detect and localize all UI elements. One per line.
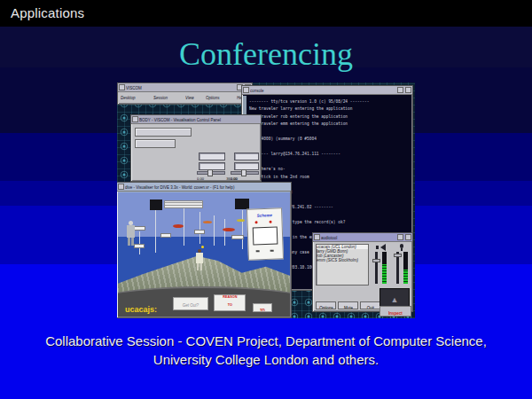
volume-vu-meter [382, 252, 387, 284]
avatar-left[interactable] [127, 221, 135, 246]
terminal-line: -------- larry@134.76.241.111 -------- [249, 151, 411, 159]
viewer-titlebar[interactable]: dive - Visualiser for DIVE 3.3x - World:… [117, 183, 291, 192]
sign [194, 230, 205, 234]
terminal-titlebar[interactable]: console [242, 86, 412, 95]
terminal-line: New traveler emm entering the applicatio… [249, 121, 411, 129]
window-menu-icon[interactable] [119, 84, 125, 90]
menu-session[interactable]: Session [153, 96, 168, 100]
participant-list[interactable]: ucacajs (UCL London) larry (GMD Bonn) ro… [316, 244, 369, 286]
volume-slider-thumb[interactable] [372, 259, 380, 262]
y-axis-label: Y [228, 153, 233, 160]
body-dialog-title: BODY - VISCOM - Visualisation Control Pa… [139, 117, 221, 121]
main-window-title: VISCOM [126, 85, 142, 90]
username-label: ucacajs: [125, 305, 157, 314]
audio-buttons: Options Mute Quit [316, 301, 380, 309]
main-window-titlebar[interactable]: VISCOM [118, 83, 252, 92]
rotation-label: Body Absolute Rotation [135, 173, 190, 180]
terminal-line: Hi! There's no- [249, 166, 411, 174]
console-panel-2[interactable]: REASON TO RAVE [214, 294, 246, 311]
console-panel-3-label: 3D [254, 309, 271, 313]
r-position-field[interactable]: 34.00 [234, 162, 259, 170]
whiteboard-title: Scheme [247, 213, 281, 218]
console-panel-3[interactable]: 3D [253, 303, 272, 312]
presentation-slide: Applications Conferencing VISCOM Desktop… [0, 0, 532, 399]
z-axis-label: Z [192, 163, 197, 170]
avatar-legs [128, 238, 134, 246]
viewer-window: dive - Visualiser for DIVE 3.3x - World:… [117, 182, 292, 318]
close-icon[interactable] [405, 87, 411, 93]
terminal-line [249, 143, 411, 151]
console-panel-1-label: Get Out? [174, 303, 207, 308]
sign [231, 235, 244, 239]
slider-thumb[interactable] [207, 169, 213, 176]
x-position-field[interactable]: 15233.40 [199, 153, 225, 160]
audio-tool-window: audiotool ucacajs (UCL London) larry (GM… [312, 232, 413, 312]
x-axis-label: X [192, 153, 197, 160]
window-menu-icon[interactable] [243, 87, 249, 93]
slide-caption: Collaborative Session - COVEN Project, D… [0, 332, 532, 369]
participant[interactable]: emm (SICS Stockholm) [317, 258, 368, 262]
mute-label: Mute [339, 306, 357, 310]
terminal-title: console [250, 88, 264, 92]
application-header-bar: Applications [0, 0, 532, 27]
close-icon[interactable] [405, 234, 411, 240]
microphone-icon [397, 244, 406, 251]
console-panel-2-line: TO [215, 303, 245, 307]
shared-whiteboard[interactable]: Scheme [246, 207, 284, 260]
terminal-line: New traveler larry entering the applicat… [249, 106, 411, 113]
viewer-title: dive - Visualiser for DIVE 3.3x - World:… [125, 184, 234, 189]
disc-marker [237, 219, 245, 222]
whiteboard-mark [256, 250, 260, 252]
menu-options[interactable]: Options [206, 96, 220, 100]
vu-level [382, 264, 387, 284]
caption-line-1: Collaborative Session - COVEN Project, D… [0, 332, 532, 350]
body-dialog-titlebar[interactable]: BODY - VISCOM - Visualisation Control Pa… [131, 115, 261, 124]
options-button[interactable]: Options [316, 301, 336, 309]
interbody-attitude-button[interactable]: interbody attitude... [135, 128, 192, 137]
menu-desktop[interactable]: Desktop [121, 96, 136, 100]
window-menu-icon[interactable] [118, 184, 124, 190]
quit-label: Quit [361, 306, 379, 310]
signpost-pole [242, 210, 243, 249]
menu-view[interactable]: View [185, 96, 194, 100]
console-panel-1[interactable]: Get Out? [173, 297, 208, 310]
whiteboard-canvas[interactable] [253, 227, 278, 246]
signpost-pole [224, 219, 225, 246]
volume-slider[interactable] [375, 252, 378, 284]
pilot-body-button[interactable]: pilot/body... [135, 139, 176, 148]
quit-button[interactable]: Quit [360, 301, 380, 309]
sign [134, 226, 145, 231]
signpost-pole [155, 210, 156, 253]
desktop-screenshot: VISCOM Desktop Session View Options Help… [117, 82, 415, 318]
red-dot [269, 221, 271, 223]
avatar-center[interactable] [196, 247, 203, 270]
header-label: Applications [11, 5, 84, 20]
slider-thumb[interactable] [241, 169, 246, 176]
mic-slider-thumb[interactable] [394, 254, 402, 257]
window-menu-icon[interactable] [132, 116, 138, 122]
terminal-line [249, 158, 411, 166]
y-position-field[interactable]: 10.6464 [234, 153, 259, 160]
sign [160, 233, 171, 238]
disc-marker [173, 224, 184, 228]
whiteboard-mark [270, 250, 274, 252]
inspect-button[interactable]: Inspect [379, 306, 411, 317]
volume-column [372, 244, 389, 286]
avatar-body [196, 253, 203, 263]
audio-titlebar[interactable]: audiotool [313, 233, 412, 242]
mic-slider[interactable] [396, 252, 399, 284]
minimize-icon[interactable] [397, 87, 403, 93]
slider-max: 360.00 [260, 177, 270, 182]
body-dialog: BODY - VISCOM - Visualisation Control Pa… [130, 114, 262, 182]
mute-button[interactable]: Mute [338, 301, 358, 309]
minimize-icon[interactable] [397, 234, 403, 240]
virtual-environment-view[interactable]: Scheme ucacajs: Get Out? REASON TO RAVE [118, 192, 290, 317]
avatar-legs [197, 263, 202, 270]
console-panel-2-line: REASON [215, 295, 245, 299]
slide-title: Conferencing [0, 35, 532, 73]
signpost-pole [214, 215, 215, 246]
disc-marker [203, 221, 212, 223]
main-window: VISCOM Desktop Session View Options Help [117, 82, 253, 105]
terminal-line: -------- tty/tcs version 1.0 (c) 95/08/2… [249, 98, 411, 106]
window-menu-icon[interactable] [314, 234, 320, 240]
